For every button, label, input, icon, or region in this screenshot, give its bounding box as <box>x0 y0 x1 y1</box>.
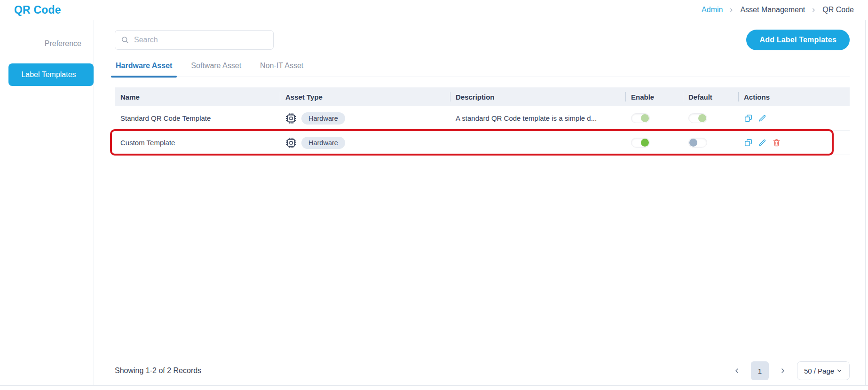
actions-cell <box>738 138 850 147</box>
sidebar-item-label-templates[interactable]: Label Templates <box>8 63 94 86</box>
default-toggle[interactable] <box>688 138 707 148</box>
search-input[interactable] <box>115 30 274 50</box>
asset-type-cell: Hardware <box>280 112 450 125</box>
table-row-highlighted: Custom Template Hardware <box>115 131 850 155</box>
label-templates-table: Name Asset Type Description Enable Defau… <box>115 87 850 155</box>
previous-page-icon[interactable] <box>733 367 741 374</box>
copy-icon[interactable] <box>744 138 753 147</box>
app-header: QR Code Admin Asset Management QR Code <box>0 0 868 20</box>
table-row: Standard QR Code Template Hardware A sta… <box>115 106 850 131</box>
cpu-chip-icon <box>285 137 297 148</box>
actions-cell <box>738 114 850 123</box>
chevron-down-icon <box>836 367 843 374</box>
chevron-right-icon <box>728 7 734 13</box>
template-description: A standard QR Code template is a simple … <box>450 114 625 122</box>
asset-type-badge: Hardware <box>301 137 345 149</box>
breadcrumb-asset-management[interactable]: Asset Management <box>740 6 805 14</box>
records-info: Showing 1-2 of 2 Records <box>115 367 201 375</box>
main-content: Add Label Templates Hardware Asset Softw… <box>94 20 868 385</box>
column-header-name: Name <box>115 93 280 101</box>
enable-toggle[interactable] <box>631 138 650 148</box>
column-header-actions: Actions <box>738 93 850 101</box>
asset-type-cell: Hardware <box>280 137 450 149</box>
page-title: QR Code <box>14 4 61 16</box>
edit-icon[interactable] <box>758 138 767 147</box>
edit-icon[interactable] <box>758 114 767 123</box>
search-field <box>115 30 274 50</box>
column-header-enable: Enable <box>625 93 683 101</box>
cpu-chip-icon <box>285 113 297 124</box>
breadcrumb-admin[interactable]: Admin <box>702 6 723 14</box>
page-number-button[interactable]: 1 <box>751 361 769 380</box>
pagination: 1 50 / Page <box>733 361 850 380</box>
add-label-templates-button[interactable]: Add Label Templates <box>746 30 850 50</box>
default-toggle[interactable] <box>688 113 707 123</box>
asset-type-badge: Hardware <box>301 112 345 125</box>
table-footer: Showing 1-2 of 2 Records 1 50 / Page <box>115 360 850 382</box>
page-size-select[interactable]: 50 / Page <box>797 361 850 380</box>
delete-icon[interactable] <box>772 138 781 147</box>
tab-software-asset[interactable]: Software Asset <box>190 60 242 77</box>
table-header-row: Name Asset Type Description Enable Defau… <box>115 87 850 106</box>
copy-icon[interactable] <box>744 114 753 123</box>
next-page-icon[interactable] <box>779 367 787 374</box>
template-name: Standard QR Code Template <box>115 114 280 122</box>
asset-tabs: Hardware Asset Software Asset Non-IT Ass… <box>115 60 850 77</box>
column-header-asset-type: Asset Type <box>280 93 450 101</box>
sidebar: Preference Label Templates <box>0 20 94 385</box>
tab-non-it-asset[interactable]: Non-IT Asset <box>259 60 304 77</box>
search-icon <box>121 36 129 44</box>
toolbar: Add Label Templates <box>115 30 850 50</box>
tab-hardware-asset[interactable]: Hardware Asset <box>115 60 173 77</box>
app-body: Preference Label Templates Add Label Tem… <box>0 20 868 386</box>
sidebar-item-preference[interactable]: Preference <box>0 34 94 53</box>
template-name: Custom Template <box>115 139 280 147</box>
page-size-label: 50 / Page <box>804 367 834 375</box>
column-header-description: Description <box>450 93 625 101</box>
card-right-border <box>865 20 866 386</box>
enable-toggle[interactable] <box>631 113 650 123</box>
column-header-default: Default <box>683 93 738 101</box>
breadcrumb: Admin Asset Management QR Code <box>702 6 854 14</box>
chevron-right-icon <box>811 7 817 13</box>
breadcrumb-qr-code: QR Code <box>822 6 854 14</box>
